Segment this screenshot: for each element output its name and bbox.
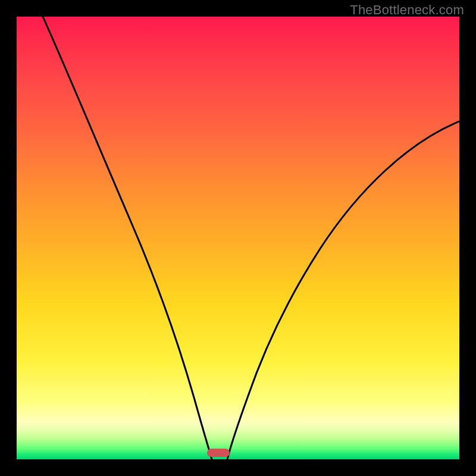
watermark-text: TheBottleneck.com <box>350 2 464 18</box>
chart-curves <box>17 17 459 459</box>
optimal-marker <box>207 449 230 457</box>
plot-area <box>17 17 459 459</box>
curve-right-branch <box>227 121 459 459</box>
curve-left-branch <box>43 17 212 459</box>
chart-frame <box>17 17 459 459</box>
